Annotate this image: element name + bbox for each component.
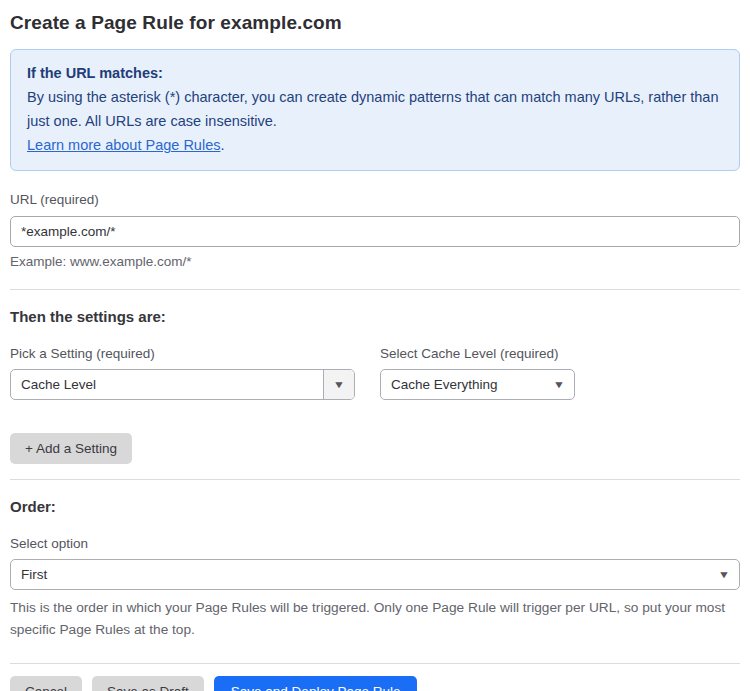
cache-level-column: Select Cache Level (required) Cache Ever… — [380, 325, 575, 400]
settings-section-heading: Then the settings are: — [10, 308, 740, 325]
cancel-button[interactable]: Cancel — [10, 676, 82, 691]
info-box-heading: If the URL matches: — [27, 61, 723, 85]
order-select-label: Select option — [10, 536, 740, 551]
cache-level-select[interactable]: Cache Everything ▼ — [380, 369, 575, 400]
settings-row: Pick a Setting (required) Cache Level ▼ … — [10, 325, 740, 400]
order-select-arrow: ▼ — [708, 570, 739, 580]
url-matches-info-box: If the URL matches: By using the asteris… — [10, 49, 740, 171]
order-select[interactable]: First ▼ — [10, 559, 740, 590]
actions-row: Cancel Save as Draft Save and Deploy Pag… — [10, 676, 740, 691]
add-setting-button[interactable]: + Add a Setting — [10, 433, 132, 464]
url-example-helper: Example: www.example.com/* — [10, 254, 740, 269]
link-period: . — [220, 137, 224, 153]
order-select-value: First — [11, 567, 708, 582]
setting-select[interactable]: Cache Level ▼ — [10, 369, 355, 400]
info-box-body: By using the asterisk (*) character, you… — [27, 85, 723, 133]
save-as-draft-button[interactable]: Save as Draft — [92, 676, 204, 691]
url-field-label: URL (required) — [10, 192, 740, 207]
cache-level-select-label: Select Cache Level (required) — [380, 346, 575, 361]
setting-picker-column: Pick a Setting (required) Cache Level ▼ — [10, 325, 355, 400]
setting-select-label: Pick a Setting (required) — [10, 346, 355, 361]
chevron-down-icon: ▼ — [552, 380, 564, 390]
setting-select-arrow-button[interactable]: ▼ — [323, 370, 354, 399]
divider-actions — [10, 663, 740, 664]
cache-level-select-value: Cache Everything — [381, 377, 543, 392]
order-helper-text: This is the order in which your Page Rul… — [10, 597, 730, 641]
divider-url-settings — [10, 289, 740, 290]
info-box-link-line: Learn more about Page Rules. — [27, 133, 723, 157]
chevron-down-icon: ▼ — [717, 570, 729, 580]
url-input[interactable] — [10, 216, 740, 247]
chevron-down-icon: ▼ — [333, 380, 345, 390]
page-title: Create a Page Rule for example.com — [10, 12, 740, 34]
order-section-heading: Order: — [10, 498, 740, 515]
cache-level-arrow: ▼ — [543, 380, 574, 390]
setting-select-value: Cache Level — [11, 377, 323, 392]
divider-settings-order — [10, 479, 740, 480]
learn-more-link[interactable]: Learn more about Page Rules — [27, 137, 220, 153]
save-and-deploy-button[interactable]: Save and Deploy Page Rule — [214, 676, 418, 691]
